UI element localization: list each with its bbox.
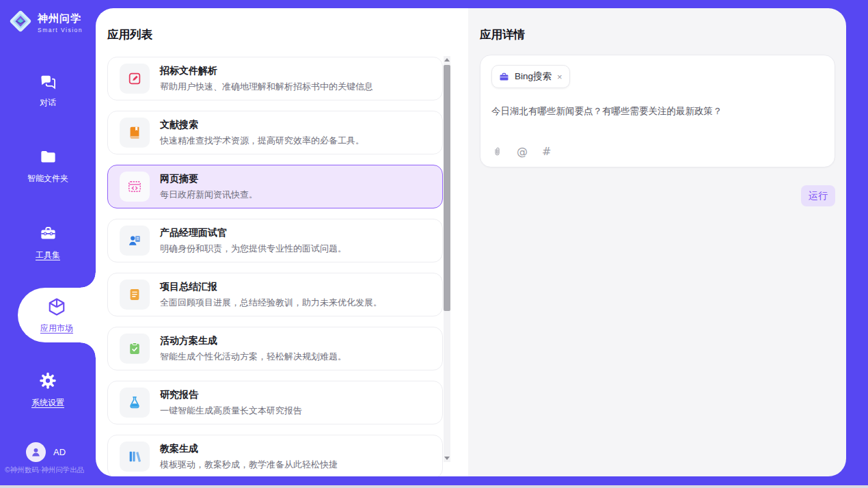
- app-card-title: 产品经理面试官: [160, 227, 347, 239]
- app-list-title: 应用列表: [107, 27, 152, 42]
- brand-tagline: Smart Vision: [38, 27, 83, 33]
- question-text[interactable]: 今日湖北有哪些新闻要点？有哪些需要关注的最新政策？: [491, 105, 824, 118]
- app-list-panel: 应用列表 招标文件解析 帮助用户快速、准确地理解和解析招标书中的关键信息 文献搜…: [96, 8, 468, 476]
- app-card-description: 快速精准查找学术资源，提高研究效率的必备工具。: [160, 135, 364, 147]
- brand-text: 神州问学 Smart Vision: [38, 12, 83, 33]
- app-card-description: 一键智能生成高质量长文本研究报告: [160, 405, 302, 417]
- hash-icon[interactable]: #: [542, 145, 551, 158]
- gear-icon: [38, 371, 57, 393]
- app-card[interactable]: 教案生成 模板驱动，教案秒成，教学准备从此轻松快捷: [107, 435, 443, 476]
- app-input-card: Bing搜索 × 今日湖北有哪些新闻要点？有哪些需要关注的最新政策？ @ #: [480, 55, 835, 167]
- browser-code-icon: [127, 179, 142, 194]
- paperclip-icon[interactable]: [492, 146, 502, 158]
- app-card-title: 网页摘要: [160, 173, 258, 185]
- content-area: 应用列表 招标文件解析 帮助用户快速、准确地理解和解析招标书中的关键信息 文献搜…: [96, 8, 846, 476]
- interviewer-icon: [127, 233, 142, 248]
- books-icon: [127, 449, 142, 464]
- composer-toolbar: @ #: [492, 145, 551, 158]
- app-card-title: 活动方案生成: [160, 335, 347, 347]
- tool-chip-bing[interactable]: Bing搜索 ×: [491, 65, 570, 88]
- user-name: AD: [53, 447, 66, 457]
- book-icon: [127, 125, 142, 140]
- mention-icon[interactable]: @: [517, 145, 528, 158]
- toolbox-icon: [39, 224, 57, 245]
- sidebar-item-gear[interactable]: 系统设置: [0, 371, 96, 409]
- app-card-title: 研究报告: [160, 389, 302, 401]
- bottom-edge: [0, 485, 868, 488]
- clipboard-check-icon: [127, 341, 142, 356]
- brand-logo: 神州问学 Smart Vision: [8, 9, 83, 36]
- app-card[interactable]: 文献搜索 快速精准查找学术资源，提高研究效率的必备工具。: [107, 111, 443, 154]
- app-detail-panel: 应用详情 Bing搜索 × 今日湖北有哪些新闻要点？有哪些需要关注的最新政策？: [468, 8, 846, 476]
- app-card[interactable]: 活动方案生成 智能生成个性化活动方案，轻松解决规划难题。: [107, 327, 443, 370]
- briefcase-icon: [499, 72, 509, 82]
- flask-icon: [127, 395, 142, 410]
- report-note-icon: [127, 287, 142, 302]
- app-card[interactable]: 网页摘要 每日政府新闻资讯快查。: [107, 165, 443, 208]
- sidebar-item-cube[interactable]: 应用市场: [18, 288, 96, 342]
- scrollbar[interactable]: [444, 56, 450, 462]
- app-card[interactable]: 研究报告 一键智能生成高质量长文本研究报告: [107, 381, 443, 424]
- person-icon: [29, 446, 42, 459]
- tool-chip-label: Bing搜索: [515, 70, 552, 83]
- app-list: 招标文件解析 帮助用户快速、准确地理解和解析招标书中的关键信息 文献搜索 快速精…: [107, 57, 443, 476]
- app-card-description: 智能生成个性化活动方案，轻松解决规划难题。: [160, 351, 347, 363]
- edit-document-icon: [127, 71, 142, 86]
- app-card-description: 帮助用户快速、准确地理解和解析招标书中的关键信息: [160, 81, 373, 93]
- app-card-title: 招标文件解析: [160, 65, 373, 77]
- cube-icon: [46, 297, 67, 320]
- user-account[interactable]: AD: [26, 442, 66, 462]
- app-card-description: 明确身份和职责，为您提供专业性的面试问题。: [160, 243, 347, 255]
- diamond-logo-icon: [8, 9, 33, 36]
- app-detail-title: 应用详情: [480, 27, 525, 42]
- chat-icon: [39, 72, 57, 93]
- sidebar-item-folder[interactable]: 智能文件夹: [0, 148, 96, 185]
- brand-name: 神州问学: [38, 12, 83, 25]
- run-button[interactable]: 运行: [801, 185, 835, 206]
- sidebar-item-chat[interactable]: 对话: [0, 72, 96, 109]
- folder-icon: [39, 148, 57, 169]
- scrollbar-thumb[interactable]: [444, 65, 450, 311]
- copyright-text: ©神州数码·神州问学出品: [5, 465, 96, 475]
- app-card-description: 每日政府新闻资讯快查。: [160, 189, 258, 201]
- app-card-title: 教案生成: [160, 443, 338, 455]
- app-card[interactable]: 产品经理面试官 明确身份和职责，为您提供专业性的面试问题。: [107, 219, 443, 262]
- scroll-up-icon[interactable]: [444, 58, 450, 62]
- app-card-title: 文献搜索: [160, 119, 364, 131]
- close-icon[interactable]: ×: [557, 72, 562, 81]
- app-card[interactable]: 招标文件解析 帮助用户快速、准确地理解和解析招标书中的关键信息: [107, 57, 443, 100]
- sidebar-item-toolbox[interactable]: 工具集: [0, 224, 96, 261]
- app-card-description: 全面回顾项目进展，总结经验教训，助力未来优化发展。: [160, 297, 382, 309]
- scroll-down-icon[interactable]: [444, 457, 450, 460]
- sidebar: 神州问学 Smart Vision 对话 智能文件夹 工具集 应用市场 系统设置…: [0, 0, 96, 485]
- avatar[interactable]: [26, 442, 46, 462]
- app-card[interactable]: 项目总结汇报 全面回顾项目进展，总结经验教训，助力未来优化发展。: [107, 273, 443, 316]
- app-card-description: 模板驱动，教案秒成，教学准备从此轻松快捷: [160, 459, 338, 471]
- app-card-title: 项目总结汇报: [160, 281, 382, 293]
